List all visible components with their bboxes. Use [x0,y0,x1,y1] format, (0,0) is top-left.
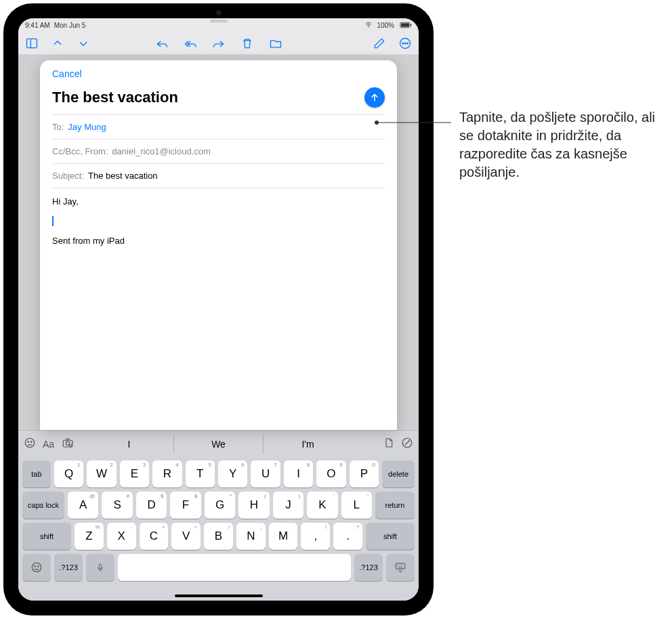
sidebar-toggle-icon[interactable] [25,37,39,50]
svg-point-18 [32,563,41,572]
svg-rect-4 [27,39,37,47]
key-D[interactable]: D$ [136,492,167,519]
key-J[interactable]: J) [273,492,303,519]
sticker-icon[interactable] [24,437,36,452]
to-label: To: [52,122,64,132]
mail-toolbar [18,32,419,55]
key-,[interactable]: ,! [301,523,330,550]
key-capslock[interactable]: caps lock [22,492,64,519]
key-V[interactable]: V= [171,523,201,550]
key-R[interactable]: R4 [152,460,182,488]
cancel-button[interactable]: Cancel [52,68,82,79]
key-space[interactable] [118,554,351,581]
document-icon[interactable] [383,437,394,452]
more-icon[interactable] [398,37,412,50]
screen: 9:41 AM Mon Jun 5 100% [18,18,419,601]
trash-icon[interactable] [240,37,254,50]
key-N[interactable]: N; [236,523,266,550]
dimmed-backdrop: Cancel The best vacation To: Jay Mung Cc… [18,55,419,430]
subject-value: The best vacation [88,171,158,181]
next-message-icon[interactable] [77,37,90,50]
move-folder-icon[interactable] [269,37,282,50]
text-cursor [52,216,54,226]
battery-icon [398,22,412,28]
compose-sheet: Cancel The best vacation To: Jay Mung Cc… [40,60,397,430]
compose-title: The best vacation [52,89,178,106]
ccbcc-field[interactable]: Cc/Bcc, From: daniel_rico1@icloud.com [52,139,385,163]
key-O[interactable]: O9 [316,460,345,488]
key-.[interactable]: .? [333,523,362,550]
key-numeric-right[interactable]: .?123 [354,554,383,581]
svg-rect-2 [401,23,409,26]
suggestion-1[interactable]: I [85,435,173,454]
key-emoji[interactable] [22,554,51,581]
svg-point-15 [66,441,70,445]
ipad-frame: 9:41 AM Mon Jun 5 100% [3,3,434,615]
key-B[interactable]: B/ [204,523,233,550]
compose-icon[interactable] [373,37,386,50]
key-Y[interactable]: Y6 [218,460,247,488]
key-return[interactable]: return [375,492,415,519]
text-format-button[interactable]: Aa [43,439,54,450]
to-field[interactable]: To: Jay Mung [52,114,385,139]
key-numeric-left[interactable]: .?123 [54,554,83,581]
home-indicator[interactable] [175,594,263,597]
key-T[interactable]: T5 [186,460,215,488]
ccbcc-label: Cc/Bcc, From: [52,146,108,156]
key-Z[interactable]: Z% [75,523,104,550]
key-X[interactable]: X- [107,523,136,550]
key-F[interactable]: F& [170,492,201,519]
key-tab[interactable]: tab [22,460,51,488]
wifi-icon [364,22,373,28]
key-W[interactable]: W2 [87,460,116,488]
key-Q[interactable]: Q1 [54,460,83,488]
key-C[interactable]: C+ [140,523,169,550]
to-value: Jay Mung [68,122,106,132]
key-dictation[interactable] [86,554,114,581]
drag-indicator-icon [210,20,228,22]
suggestion-3[interactable]: I'm [263,435,352,454]
suggestion-bar: Aa I We I'm [18,431,419,458]
key-A[interactable]: A@ [68,492,98,519]
reply-icon[interactable] [155,37,169,50]
prev-message-icon[interactable] [51,37,64,50]
subject-field[interactable]: Subject: The best vacation [52,163,385,188]
suggestion-2[interactable]: We [173,435,263,454]
reply-all-icon[interactable] [184,37,197,50]
keyboard: Aa I We I'm tab Q1W2E3R4T5Y6U7I8O9P0d [18,430,419,601]
key-hide-keyboard[interactable] [386,554,415,581]
key-H[interactable]: H( [238,492,269,519]
callout-text: Tapnite, da pošljete sporočilo, ali se d… [459,108,663,181]
key-P[interactable]: P0 [350,460,379,488]
svg-point-0 [369,26,369,27]
key-U[interactable]: U7 [251,460,280,488]
subject-label: Subject: [52,171,84,181]
key-K[interactable]: K' [307,492,337,519]
svg-rect-21 [99,564,102,569]
compose-body[interactable]: Hi Jay, Sent from my iPad [52,188,385,430]
key-I[interactable]: I8 [284,460,313,488]
svg-point-12 [28,441,29,443]
key-G[interactable]: G* [205,492,235,519]
status-time: 9:41 AM [25,22,50,29]
camera-scan-icon[interactable] [61,437,75,452]
arrow-up-icon [369,92,380,103]
key-E[interactable]: E3 [120,460,149,488]
send-button[interactable] [364,87,385,108]
svg-point-20 [38,566,39,567]
key-shift-right[interactable]: shift [366,523,415,550]
svg-point-11 [25,438,35,448]
key-M[interactable]: M: [269,523,298,550]
key-delete[interactable]: delete [382,460,415,488]
forward-icon[interactable] [212,37,226,50]
svg-point-19 [35,566,36,567]
key-L[interactable]: L" [341,492,372,519]
svg-point-9 [404,43,406,44]
key-S[interactable]: S# [102,492,132,519]
body-greeting: Hi Jay, [52,196,385,207]
markup-icon[interactable] [401,437,413,452]
svg-point-24 [375,121,379,125]
svg-point-8 [402,43,404,44]
key-shift-left[interactable]: shift [22,523,71,550]
status-date: Mon Jun 5 [54,22,86,29]
